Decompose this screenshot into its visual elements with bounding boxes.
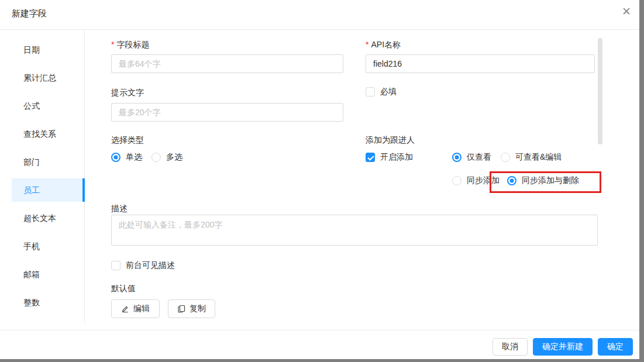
scrollbar-thumb[interactable]: [598, 38, 602, 144]
single-select-option[interactable]: 单选: [111, 152, 142, 163]
api-name-label: *API名称: [366, 40, 401, 49]
enable-add-option[interactable]: 开启添加: [366, 152, 413, 163]
sync-add-delete-radio[interactable]: [507, 176, 516, 185]
front-visible-checkbox[interactable]: [111, 261, 120, 270]
description-label: 描述: [111, 204, 128, 213]
front-visible-option[interactable]: 前台可见描述: [111, 260, 175, 271]
view-and-edit-radio[interactable]: [501, 153, 510, 162]
sidebar-item-date[interactable]: 日期: [12, 38, 84, 61]
required-checkbox[interactable]: [366, 87, 375, 96]
sidebar-item-formula[interactable]: 公式: [12, 94, 84, 118]
copy-default-button[interactable]: 复制: [168, 299, 215, 318]
field-title-input[interactable]: [111, 54, 343, 73]
description-textarea[interactable]: [111, 215, 598, 246]
required-asterisk: *: [111, 40, 114, 49]
new-field-dialog: 新建字段 ✕ 日期 累计汇总 公式 查找关系 部门 员工 超长文本 手机 邮箱 …: [0, 0, 639, 359]
select-type-label: 选择类型: [111, 135, 144, 144]
form-panel: *字段标题 *API名称 提示文字 必填 选择类型 添加为跟进人 单选: [85, 30, 639, 330]
follower-label: 添加为跟进人: [366, 135, 415, 144]
required-asterisk: *: [366, 40, 369, 49]
sidebar-item-lookup-relation[interactable]: 查找关系: [12, 122, 84, 146]
multi-select-radio[interactable]: [151, 153, 161, 162]
single-select-radio[interactable]: [111, 153, 120, 162]
select-type-options: 单选 多选: [111, 152, 182, 163]
sidebar-item-rollup-summary[interactable]: 累计汇总: [12, 66, 84, 89]
default-value-label: 默认值: [111, 284, 136, 293]
sidebar-item-mobile[interactable]: 手机: [12, 235, 84, 258]
edit-default-button[interactable]: 编辑: [111, 299, 160, 318]
sync-add-delete-option[interactable]: 同步添加与删除: [507, 175, 579, 186]
sync-add-option[interactable]: 同步添加: [452, 175, 500, 186]
view-only-radio[interactable]: [452, 153, 462, 162]
confirm-and-new-button[interactable]: 确定并新建: [533, 338, 593, 356]
dialog-header: 新建字段 ✕: [0, 0, 639, 30]
enable-add-checkbox[interactable]: [366, 153, 375, 162]
sidebar-item-email[interactable]: 邮箱: [12, 263, 84, 286]
close-icon[interactable]: ✕: [622, 6, 631, 17]
sidebar-item-long-text[interactable]: 超长文本: [12, 206, 84, 230]
cancel-button[interactable]: 取消: [493, 338, 528, 356]
copy-icon: [177, 305, 185, 313]
view-and-edit-option[interactable]: 可查看&编辑: [501, 152, 562, 163]
dialog-body: 日期 累计汇总 公式 查找关系 部门 员工 超长文本 手机 邮箱 整数 *字段标…: [0, 30, 639, 330]
required-checkbox-label: 必填: [380, 87, 397, 97]
sidebar-item-employee[interactable]: 员工: [12, 178, 84, 202]
view-only-option[interactable]: 仅查看: [452, 152, 491, 163]
required-checkbox-option[interactable]: 必填: [366, 87, 397, 97]
api-name-input[interactable]: [366, 54, 595, 73]
pencil-icon: [121, 305, 129, 313]
multi-select-option[interactable]: 多选: [151, 152, 182, 163]
field-type-sidebar: 日期 累计汇总 公式 查找关系 部门 员工 超长文本 手机 邮箱 整数: [0, 30, 85, 323]
dialog-footer: 取消 确定并新建 确定: [0, 330, 639, 359]
confirm-button[interactable]: 确定: [598, 338, 633, 356]
hint-text-label: 提示文字: [111, 88, 144, 97]
field-title-label: *字段标题: [111, 40, 149, 49]
sidebar-item-department[interactable]: 部门: [12, 150, 84, 174]
sidebar-item-integer[interactable]: 整数: [12, 291, 84, 314]
dialog-title: 新建字段: [12, 8, 47, 19]
sync-add-radio[interactable]: [452, 176, 462, 185]
hint-text-input[interactable]: [111, 103, 343, 122]
